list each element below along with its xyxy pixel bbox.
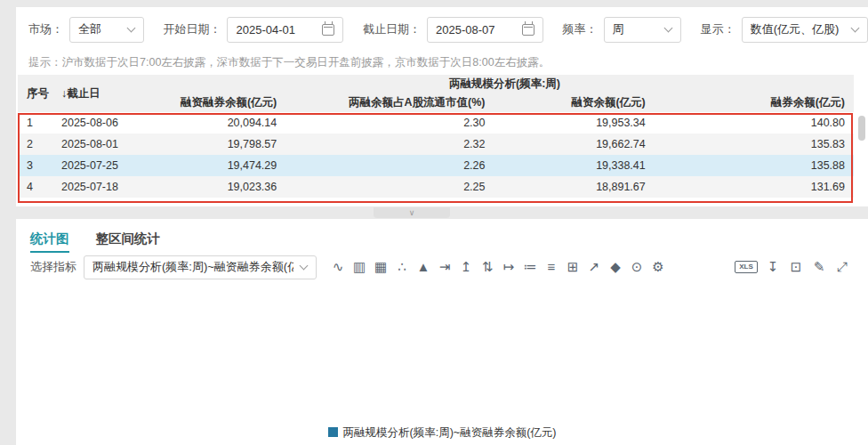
column-group-header: 两融规模分析(频率:周) [156,75,854,93]
table-cell: 2.26 [330,155,504,176]
disclosure-hint: 提示：沪市数据于次日7:00左右披露，深市数据于下一交易日开盘前披露，京市数据于… [16,52,868,75]
zoom-lens-icon[interactable]: ⊙ [626,258,647,276]
numbered-list-icon[interactable]: ≔ [519,258,541,276]
start-date-input[interactable]: 2025-04-01 [227,17,343,43]
indicator-label: 选择指标 [30,259,76,275]
table-row[interactable]: 42025-07-1819,023.362.2518,891.67131.69 [18,176,854,198]
table-cell: 131.69 [679,176,854,198]
trend-line-icon[interactable]: ↗ [583,258,605,276]
column-header-date-sort[interactable]: ↓截止日 [58,75,156,112]
table-cell: 19,023.36 [156,176,330,198]
column-header-pct: 两融余额占A股流通市值(%) [330,93,504,112]
distribute-center-icon[interactable]: ⇅ [477,258,498,276]
table-cell: 19,338.41 [505,155,679,176]
chevron-down-icon [664,24,673,33]
chevron-down-icon [851,24,860,33]
start-date-value: 2025-04-01 [236,23,295,36]
market-select[interactable]: 全部 [69,17,144,43]
calendar-icon [522,24,534,36]
table-cell: 135.83 [679,134,854,155]
list-icon[interactable]: ≡ [541,258,562,276]
start-date-label: 开始日期： [163,21,221,37]
frequency-select-value: 周 [613,21,624,37]
fill-mark-icon[interactable]: ◆ [605,258,626,276]
settings-wrench-icon[interactable]: ⚙ [647,258,669,276]
column-header-financing: 融资余额(亿元) [505,93,679,112]
add-box-icon[interactable]: ⊞ [562,258,583,276]
table-cell: 20,094.14 [156,112,330,134]
end-date-input[interactable]: 2025-08-07 [427,17,543,43]
table-row[interactable]: 32025-07-2519,474.292.2619,338.41135.88 [18,155,854,176]
legend-swatch-icon [328,427,338,437]
indicator-select[interactable]: 两融规模分析(频率:周)~融资融券余额(亿... [84,255,317,279]
chevron-down-icon [300,262,309,271]
margin-data-table: 序号 ↓截止日 两融规模分析(频率:周) 融资融券余额(亿元) 两融余额占A股流… [16,75,868,206]
table-cell: 2 [18,134,58,155]
move-right-icon[interactable]: ↦ [498,258,519,276]
table-cell: 19,798.57 [156,134,330,155]
panel-divider: ∨ [16,206,868,219]
chevron-down-icon [127,24,136,33]
table-cell: 2.25 [330,176,504,198]
edit-icon[interactable]: ✎ [808,258,831,276]
table-cell: 140.80 [679,112,854,134]
table-cell: 1 [18,112,58,134]
legend-label: 两融规模分析(频率:周)~融资融券余额(亿元) [343,426,557,439]
table-cell: 18,891.67 [505,176,679,198]
chevron-down-icon: ∨ [409,209,415,217]
end-date-value: 2025-08-07 [436,23,495,36]
indicator-select-value: 两融规模分析(频率:周)~融资融券余额(亿... [92,259,293,275]
table-cell: 3 [18,155,58,176]
display-select-value: 数值(亿元、亿股) [751,21,840,37]
table-cell: 2.30 [330,112,504,134]
download-icon[interactable]: ↧ [761,258,784,276]
table-cell: 2025-07-18 [58,176,156,198]
tab-range-statistics[interactable]: 整区间统计 [96,231,161,253]
export-xls-icon[interactable]: XLS [735,261,758,273]
fullscreen-icon[interactable]: ⤢ [831,258,854,276]
frequency-label: 频率： [563,21,598,37]
tab-bar: 统计图 整区间统计 [16,219,868,253]
table-cell: 2025-08-06 [58,112,156,134]
table-cell: 135.88 [679,155,854,176]
chart-export-icon-group: XLS↧⊡✎⤢ [731,258,854,276]
market-label: 市场： [28,21,63,37]
table-cell: 2025-07-25 [58,155,156,176]
end-date-label: 截止日期： [363,21,421,37]
frequency-select[interactable]: 周 [604,17,682,43]
column-header-balance: 融资融券余额(亿元) [156,93,330,112]
area-chart-icon[interactable]: ▲ [413,258,434,276]
shift-up-icon[interactable]: ↥ [455,258,477,276]
column-header-securities: 融券余额(亿元) [679,93,854,112]
table-scrollbar[interactable] [858,116,865,201]
market-select-value: 全部 [78,21,101,37]
table-cell: 4 [18,176,58,198]
line-chart-icon[interactable]: ∿ [327,258,349,276]
scatter-chart-icon[interactable]: ∴ [391,258,413,276]
scrollbar-thumb[interactable] [858,116,865,141]
table-cell: 19,474.29 [156,155,330,176]
display-label: 显示： [701,21,735,37]
bar-chart-icon[interactable]: ▥ [349,258,370,276]
shift-right-icon[interactable]: ⇥ [434,258,455,276]
copy-icon[interactable]: ⊡ [784,258,808,276]
table-row[interactable]: 22025-08-0119,798.572.3219,662.74135.83 [18,134,854,155]
table-cell: 19,953.34 [505,112,679,134]
column-header-seq: 序号 [18,75,58,112]
histogram-icon[interactable]: ▦ [370,258,391,276]
calendar-icon [322,24,334,36]
filter-bar: 市场： 全部 开始日期： 2025-04-01 截止日期： 2025-08-07… [16,7,868,52]
table-row[interactable]: 12025-08-0620,094.142.3019,953.34140.80 [18,112,854,134]
table-cell: 2.32 [330,134,504,155]
table-cell: 19,662.74 [505,134,679,155]
chart-type-icon-group: ∿▥▦∴▲⇥↥⇅↦≔≡⊞↗◆⊙⚙ [327,258,669,276]
tab-statistics-chart[interactable]: 统计图 [30,231,69,253]
display-select[interactable]: 数值(亿元、亿股) [742,17,868,43]
chart-toolbar: 选择指标 两融规模分析(频率:周)~融资融券余额(亿... ∿▥▦∴▲⇥↥⇅↦≔… [16,253,868,281]
chart-legend[interactable]: 两融规模分析(频率:周)~融资融券余额(亿元) [16,425,868,441]
table-cell: 2025-08-01 [58,134,156,155]
chart-panel: 统计图 整区间统计 选择指标 两融规模分析(频率:周)~融资融券余额(亿... … [16,219,868,445]
collapse-handle[interactable]: ∨ [374,207,450,218]
